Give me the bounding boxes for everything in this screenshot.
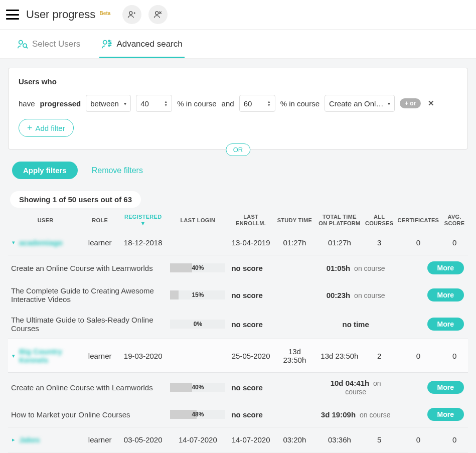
th-registered[interactable]: REGISTERED ▼ <box>119 211 167 230</box>
add-filter-label: Add filter <box>36 124 65 132</box>
filter-row: have progressed between ▾ 40 ▲▼ % in cou… <box>19 95 457 112</box>
progress-cell: 40% <box>167 373 228 402</box>
th-last-enroll[interactable]: LAST ENROLLM. <box>228 211 273 230</box>
user-name[interactable]: Jakes <box>19 435 40 444</box>
role-cell: learner <box>81 230 119 255</box>
more-button[interactable]: More <box>427 408 464 421</box>
page-title: User progress Beta <box>26 8 110 21</box>
tab-bar: Select Users Advanced search <box>0 30 476 59</box>
plus-icon: + <box>27 123 33 133</box>
th-cert[interactable]: CERTIFICATES <box>395 211 441 230</box>
tab-select-users[interactable]: Select Users <box>15 35 82 58</box>
more-button[interactable]: More <box>427 261 464 274</box>
avg-cell: 0 <box>441 339 468 373</box>
cert-cell: 0 <box>395 230 441 255</box>
menu-icon[interactable] <box>6 10 19 20</box>
user-activity-button[interactable] <box>148 5 168 24</box>
expand-toggle[interactable]: ▸ <box>12 436 15 443</box>
table-row: ▾academiagolearner18-12-201813-04-201901… <box>8 230 468 255</box>
total-cell: 03:36h <box>316 427 363 452</box>
registered-cell: 19-03-2020 <box>119 339 167 373</box>
filter-panel: Users who have progressed between ▾ 40 ▲… <box>8 68 468 149</box>
add-or-chip[interactable]: + or <box>400 98 421 108</box>
course-name: The Complete Guide to Creating Awesome I… <box>8 280 167 310</box>
user-activity-icon <box>153 10 163 19</box>
svg-point-3 <box>23 44 27 47</box>
more-button[interactable]: More <box>427 288 464 301</box>
course-name: Create an Online Course with Learnworlds <box>8 373 167 402</box>
apply-filters-button[interactable]: Apply filters <box>12 162 78 179</box>
registered-cell: 18-12-2018 <box>119 230 167 255</box>
main-content: Users who have progressed between ▾ 40 ▲… <box>0 59 476 453</box>
more-button[interactable]: More <box>427 381 464 394</box>
table-row: ▾Big Country Kennelslearner19-03-202025-… <box>8 339 468 373</box>
table-row: ▸Jakeslearner03-05-202014-07-202014-07-2… <box>8 427 468 452</box>
progress-cell: 0% <box>167 310 228 339</box>
table-header-row: USER ROLE REGISTERED ▼ LAST LOGIN LAST E… <box>8 211 468 230</box>
remove-filter-icon[interactable]: ✕ <box>428 99 434 108</box>
course-select[interactable]: Create an Online ▾ <box>325 95 395 112</box>
percent-label-2: % in course <box>280 99 320 108</box>
total-cell: 13d 23:50h <box>316 339 363 373</box>
th-last-login[interactable]: LAST LOGIN <box>167 211 228 230</box>
tab-advanced-search[interactable]: Advanced search <box>99 35 184 58</box>
score-cell: no score <box>228 280 315 310</box>
chevron-down-icon: ▾ <box>388 101 390 106</box>
expand-toggle[interactable]: ▾ <box>12 353 15 359</box>
condition-select[interactable]: between ▾ <box>86 95 131 112</box>
svg-point-4 <box>103 41 107 44</box>
progress-cell: 15% <box>167 280 228 310</box>
stepper-icon: ▲▼ <box>164 100 168 107</box>
th-avg[interactable]: AVG. SCORE <box>441 211 468 230</box>
registered-cell: 03-05-2020 <box>119 427 167 452</box>
or-divider[interactable]: OR <box>226 143 251 156</box>
courses-cell: 2 <box>363 339 396 373</box>
user-name[interactable]: academiago <box>19 238 63 247</box>
time-cell: 3d 19:09h on course <box>316 402 396 427</box>
last-login-cell <box>167 230 228 255</box>
score-cell: no score <box>228 402 315 427</box>
advanced-filter-icon <box>101 39 112 50</box>
remove-filters-link[interactable]: Remove filters <box>92 166 143 175</box>
th-role[interactable]: ROLE <box>81 211 119 230</box>
th-all-courses[interactable]: ALL COURSES <box>363 211 396 230</box>
study-cell: 03:20h <box>273 427 316 452</box>
chevron-down-icon: ▾ <box>124 101 126 106</box>
expand-toggle[interactable]: ▾ <box>12 239 15 246</box>
result-count: Showing 1 of 50 users out of 63 <box>10 191 141 208</box>
th-total-time[interactable]: TOTAL TIME ON PLATFORM <box>316 211 363 230</box>
th-study-time[interactable]: STUDY TIME <box>273 211 316 230</box>
role-cell: learner <box>81 427 119 452</box>
user-name[interactable]: Big Country Kennels <box>19 347 78 364</box>
score-cell: no score <box>228 310 315 339</box>
courses-cell: 5 <box>363 427 396 452</box>
action-row: Apply filters Remove filters <box>12 162 464 179</box>
course-name: How to Market your Online Courses <box>8 402 167 427</box>
filter-text-progressed: progressed <box>40 99 81 108</box>
beta-badge: Beta <box>100 11 111 16</box>
stepper-icon: ▲▼ <box>267 100 271 107</box>
score-cell: no score <box>228 373 315 402</box>
tab-label: Advanced search <box>116 39 182 49</box>
more-button[interactable]: More <box>427 318 464 331</box>
time-cell: 01:05h on course <box>316 255 396 281</box>
svg-point-7 <box>109 45 110 46</box>
user-stats-button[interactable] <box>122 5 141 24</box>
min-percent-input[interactable]: 40 ▲▼ <box>136 95 172 112</box>
avg-cell: 0 <box>441 427 468 452</box>
svg-point-6 <box>110 43 111 44</box>
cert-cell: 0 <box>395 427 441 452</box>
last-login-cell <box>167 339 228 373</box>
th-user[interactable]: USER <box>8 211 81 230</box>
svg-point-0 <box>129 12 132 15</box>
progress-cell: 48% <box>167 402 228 427</box>
tab-label: Select Users <box>32 39 80 49</box>
svg-point-2 <box>19 41 23 44</box>
add-filter-button[interactable]: + Add filter <box>19 119 74 137</box>
last-enroll-cell: 13-04-2019 <box>228 230 273 255</box>
avg-cell: 0 <box>441 230 468 255</box>
condition-value: between <box>90 99 119 108</box>
max-value: 60 <box>244 99 252 108</box>
users-search-icon <box>17 39 28 50</box>
max-percent-input[interactable]: 60 ▲▼ <box>239 95 275 112</box>
